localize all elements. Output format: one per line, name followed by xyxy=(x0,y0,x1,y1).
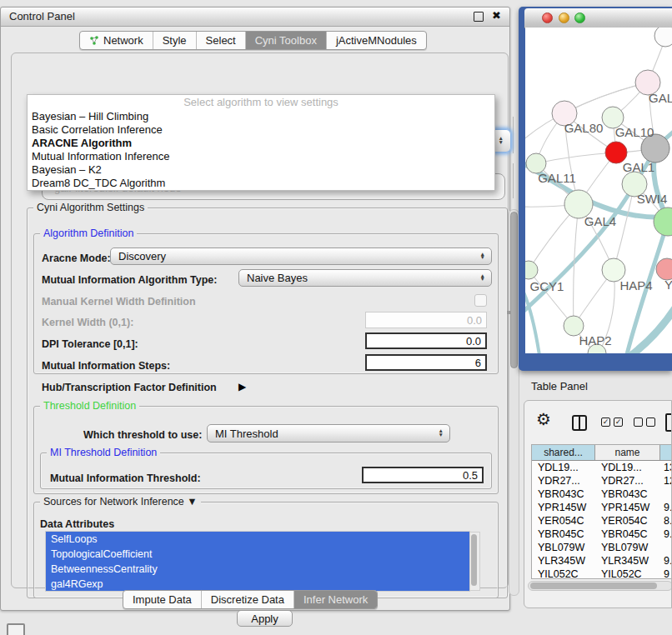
which-threshold-combo[interactable]: MI Threshold ▲▼ xyxy=(207,424,450,442)
mi-threshold-definition-title: MI Threshold Definition xyxy=(47,447,160,458)
table-panel: ⚙ ✓ ✓ shared...name YDL19...YDL19...13YD… xyxy=(524,400,672,608)
tab-style[interactable]: Style xyxy=(153,32,197,49)
network-node[interactable] xyxy=(654,28,672,47)
tab-select[interactable]: Select xyxy=(197,32,246,49)
network-window-titlebar xyxy=(524,8,672,28)
table-header-row: shared...name xyxy=(532,445,672,461)
table-cell: 8. xyxy=(660,515,672,527)
table-cell: YBR045C xyxy=(532,528,595,540)
attributes-scrollbar[interactable] xyxy=(469,532,480,591)
split-columns-icon[interactable] xyxy=(572,415,587,431)
float-window-icon[interactable] xyxy=(474,12,484,22)
mi-threshold-input[interactable] xyxy=(362,467,484,483)
bottom-tab-infer-network[interactable]: Infer Network xyxy=(294,591,377,608)
mi-type-combo[interactable]: Naive Bayes ▲▼ xyxy=(238,269,492,287)
attribute-item-topologicalcoefficient[interactable]: TopologicalCoefficient xyxy=(46,547,469,562)
hub-tf-definition-toggle[interactable]: Hub/Transcription Factor Definition ▶ xyxy=(42,382,292,395)
table-row[interactable]: YDL19...YDL19...13 xyxy=(532,461,672,474)
groupbox-fragment xyxy=(513,163,514,198)
dpi-tolerance-input[interactable] xyxy=(365,332,487,349)
dropdown-item-dream8-dc-tdc-algorithm[interactable]: Dream8 DC_TDC Algorithm xyxy=(28,177,494,190)
tab-label: Style xyxy=(163,34,187,47)
table-cell: 9 xyxy=(660,568,672,579)
gear-icon[interactable]: ⚙ xyxy=(536,411,551,428)
which-threshold-label: Which threshold to use: xyxy=(83,429,202,441)
table-cell: YPR145W xyxy=(532,502,595,513)
apply-button[interactable]: Apply xyxy=(237,610,293,627)
collapsed-panel-icon[interactable] xyxy=(7,623,25,635)
settings-scrollbar-thumb[interactable] xyxy=(510,212,518,368)
aracne-mode-combo[interactable]: Discovery ▲▼ xyxy=(110,248,492,265)
node-label-hap2: HAP2 xyxy=(579,333,611,348)
table-row[interactable]: YIL052CYIL052C9 xyxy=(532,568,672,579)
checked-checkbox-icon[interactable]: ✓ xyxy=(614,418,623,427)
node-label-gcy1: GCY1 xyxy=(530,279,564,293)
collapse-arrow-icon[interactable]: ▼ xyxy=(187,496,197,508)
close-traffic-light-icon[interactable] xyxy=(542,12,553,23)
network-canvas[interactable]: GALGAL80GAL10GAL1GAL11SWI4GAL4GCY1HAP4YH… xyxy=(525,28,672,353)
table-cell: YBL079W xyxy=(532,542,595,553)
table-row[interactable]: YBL079WYBL079W xyxy=(532,541,672,554)
network-node[interactable] xyxy=(654,208,672,236)
new-table-icon[interactable] xyxy=(665,413,672,432)
node-table[interactable]: shared...name YDL19...YDL19...13YDR27...… xyxy=(531,444,672,579)
attribute-item-betweennesscentrality[interactable]: BetweennessCentrality xyxy=(46,562,469,577)
manual-kernel-checkbox[interactable] xyxy=(474,294,487,307)
combo-stepper-icon: ▲▼ xyxy=(480,252,485,260)
algorithm-dropdown-popup: Select algorithm to view settings Bayesi… xyxy=(27,94,495,191)
column-header-partial[interactable] xyxy=(660,445,672,460)
zoom-traffic-light-icon[interactable] xyxy=(574,12,585,23)
table-horizontal-scrollbar[interactable] xyxy=(528,581,672,591)
table-row[interactable]: YPR145WYPR145W9. xyxy=(532,501,672,514)
panel-splitter-handle[interactable] xyxy=(507,311,510,314)
bottom-tab-discretize-data[interactable]: Discretize Data xyxy=(202,591,294,608)
table-cell: YPR145W xyxy=(595,502,660,513)
dropdown-item-bayesian-k2[interactable]: Bayesian – K2 xyxy=(28,163,494,177)
table-cell: YIL052C xyxy=(595,568,660,579)
table-row[interactable]: YDR27...YDR27...12 xyxy=(532,474,672,488)
control-panel-window: Control Panel ✖ NetworkStyleSelectCyni T… xyxy=(0,7,510,611)
table-row[interactable]: YLR345WYLR345W9. xyxy=(532,554,672,568)
dpi-tolerance-label: DPI Tolerance [0,1]: xyxy=(42,338,138,350)
tab-label: jActiveMNodules xyxy=(336,34,417,47)
column-header-shared[interactable]: shared... xyxy=(532,445,595,460)
node-label-y: Y xyxy=(664,278,672,292)
mi-steps-label: Mutual Information Steps: xyxy=(42,360,170,372)
table-cell: YBR045C xyxy=(595,528,660,540)
tab-jactivemnodules[interactable]: jActiveMNodules xyxy=(327,32,426,49)
attributes-scrollbar-thumb[interactable] xyxy=(471,534,477,586)
kernel-width-input[interactable] xyxy=(365,312,487,328)
table-horizontal-scrollbar-thumb[interactable] xyxy=(530,582,657,589)
network-nodes xyxy=(525,28,672,353)
aracne-mode-value: Discovery xyxy=(118,250,166,262)
network-node-gcy1[interactable] xyxy=(525,261,538,279)
close-icon[interactable]: ✖ xyxy=(492,9,501,22)
dropdown-item-basic-correlation-inference[interactable]: Basic Correlation Inference xyxy=(28,123,494,137)
data-attributes-list[interactable]: SelfLoopsTopologicalCoefficientBetweenne… xyxy=(45,531,470,592)
table-cell: YLR345W xyxy=(532,555,595,567)
bottom-tab-impute-data[interactable]: Impute Data xyxy=(123,591,202,608)
table-row[interactable]: YBR043CYBR043C xyxy=(532,488,672,501)
dropdown-item-mutual-information-inference[interactable]: Mutual Information Inference xyxy=(28,150,494,163)
tab-cyni-toolbox[interactable]: Cyni Toolbox xyxy=(246,32,327,49)
minimize-traffic-light-icon[interactable] xyxy=(559,12,569,23)
combo-stepper-icon: ▲▼ xyxy=(499,137,504,144)
table-row[interactable]: YBR045CYBR045C9. xyxy=(532,528,672,541)
table-panel-title: Table Panel xyxy=(531,380,588,392)
dropdown-item-bayesian-hill-climbing[interactable]: Bayesian – Hill Climbing xyxy=(28,110,494,123)
unchecked-checkbox-icon[interactable] xyxy=(634,418,643,427)
table-cell: YDL19... xyxy=(595,462,660,473)
algorithm-dropdown-placeholder: Select algorithm to view settings xyxy=(28,95,494,110)
expand-arrow-icon: ▶ xyxy=(238,381,246,392)
unchecked-checkbox-icon[interactable] xyxy=(646,418,655,427)
tab-network[interactable]: Network xyxy=(80,32,153,49)
dropdown-item-aracne-algorithm[interactable]: ARACNE Algorithm xyxy=(28,137,494,150)
attribute-item-selfloops[interactable]: SelfLoops xyxy=(46,532,469,547)
column-header-name[interactable]: name xyxy=(595,445,660,460)
mi-steps-input[interactable] xyxy=(365,354,487,371)
hub-tf-definition-label: Hub/Transcription Factor Definition xyxy=(42,382,217,393)
table-cell: YER054C xyxy=(595,515,660,527)
table-row[interactable]: YER054CYER054C8. xyxy=(532,514,672,528)
checked-checkbox-icon[interactable]: ✓ xyxy=(601,418,610,427)
tab-label: Cyni Toolbox xyxy=(255,34,317,47)
